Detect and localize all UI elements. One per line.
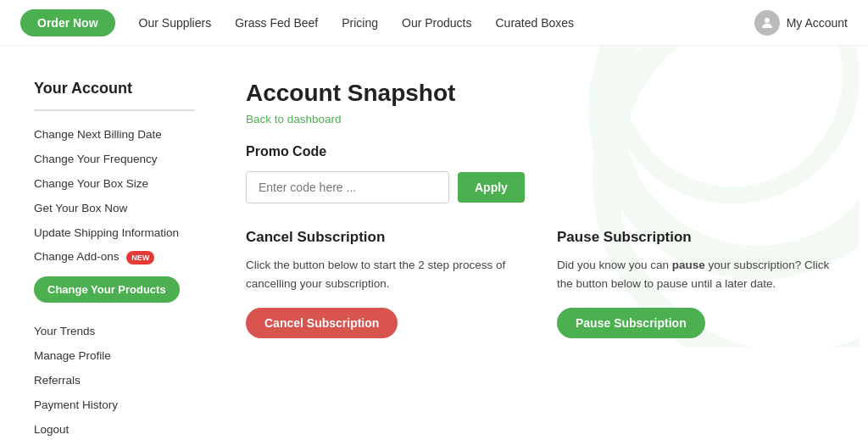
sidebar-item-your-trends[interactable]: Your Trends xyxy=(34,320,195,344)
new-badge: NEW xyxy=(126,251,154,265)
pause-subscription-title: Pause Subscription xyxy=(557,229,834,246)
sidebar-item-change-addons[interactable]: Change Add-ons NEW xyxy=(34,245,195,270)
sidebar-item-payment-history[interactable]: Payment History xyxy=(34,393,195,418)
nav-link-grass-fed-beef[interactable]: Grass Fed Beef xyxy=(235,16,318,30)
account-avatar xyxy=(754,10,780,36)
nav-link-our-suppliers[interactable]: Our Suppliers xyxy=(139,16,212,30)
promo-code-input[interactable] xyxy=(246,171,449,203)
nav-link-curated-boxes[interactable]: Curated Boxes xyxy=(496,16,575,30)
main-content: Account Snapshot Back to dashboard Promo… xyxy=(220,80,834,440)
nav-link-our-products[interactable]: Our Products xyxy=(402,16,471,30)
sidebar-item-update-shipping[interactable]: Update Shipping Information xyxy=(34,221,195,246)
sidebar-item-manage-profile[interactable]: Manage Profile xyxy=(34,344,195,369)
sidebar-item-logout[interactable]: Logout xyxy=(34,418,195,440)
svg-point-0 xyxy=(765,18,770,23)
my-account-nav[interactable]: My Account xyxy=(754,10,848,36)
cancel-subscription-description: Click the button below to start the 2 st… xyxy=(246,256,523,292)
back-to-dashboard-link[interactable]: Back to dashboard xyxy=(246,113,342,125)
sidebar-item-referrals[interactable]: Referrals xyxy=(34,369,195,393)
order-now-button[interactable]: Order Now xyxy=(20,9,115,36)
cancel-subscription-title: Cancel Subscription xyxy=(246,229,523,246)
promo-code-row: Apply xyxy=(246,171,834,203)
promo-apply-button[interactable]: Apply xyxy=(458,172,525,203)
sidebar-section2: Your Trends Manage Profile Referrals Pay… xyxy=(34,320,195,440)
cancel-subscription-section: Cancel Subscription Click the button bel… xyxy=(246,229,523,338)
subscription-grid: Cancel Subscription Click the button bel… xyxy=(246,229,834,338)
sidebar-item-change-frequency[interactable]: Change Your Frequency xyxy=(34,148,195,172)
page-title: Account Snapshot xyxy=(246,80,834,107)
nav-links: Our Suppliers Grass Fed Beef Pricing Our… xyxy=(139,16,754,30)
sidebar-title: Your Account xyxy=(34,80,195,97)
sidebar-divider xyxy=(34,109,195,111)
sidebar-item-change-box-size[interactable]: Change Your Box Size xyxy=(34,172,195,197)
nav-link-pricing[interactable]: Pricing xyxy=(342,16,378,30)
pause-subscription-description: Did you know you can pause your subscrip… xyxy=(557,256,834,292)
page-container: Your Account Change Next Billing Date Ch… xyxy=(0,46,868,440)
account-label: My Account xyxy=(787,16,848,30)
sidebar-item-change-billing[interactable]: Change Next Billing Date xyxy=(34,123,195,148)
pause-subscription-section: Pause Subscription Did you know you can … xyxy=(557,229,834,338)
change-products-button[interactable]: Change Your Products xyxy=(34,276,180,303)
sidebar-item-get-box-now[interactable]: Get Your Box Now xyxy=(34,197,195,221)
sidebar: Your Account Change Next Billing Date Ch… xyxy=(34,80,220,440)
cancel-subscription-button[interactable]: Cancel Subscription xyxy=(246,308,398,338)
navbar: Order Now Our Suppliers Grass Fed Beef P… xyxy=(0,0,868,46)
promo-code-title: Promo Code xyxy=(246,144,834,159)
pause-subscription-button[interactable]: Pause Subscription xyxy=(557,308,705,338)
